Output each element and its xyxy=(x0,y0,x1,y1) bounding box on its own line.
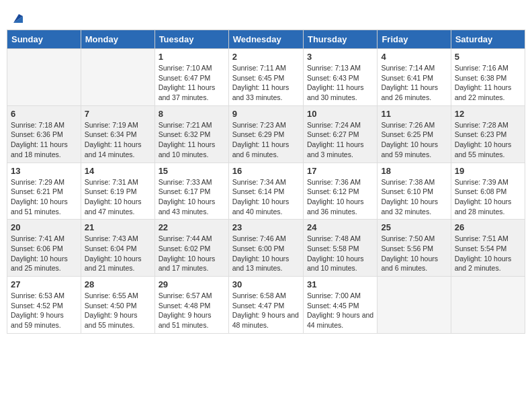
calendar-week-row: 27Sunrise: 6:53 AM Sunset: 4:52 PM Dayli… xyxy=(7,277,525,334)
calendar-week-row: 1Sunrise: 7:10 AM Sunset: 6:47 PM Daylig… xyxy=(7,49,525,106)
day-number: 28 xyxy=(85,279,151,289)
day-number: 24 xyxy=(307,222,373,232)
day-number: 10 xyxy=(307,109,373,119)
calendar-cell: 17Sunrise: 7:36 AM Sunset: 6:12 PM Dayli… xyxy=(303,163,377,220)
day-info: Sunrise: 7:16 AM Sunset: 6:38 PM Dayligh… xyxy=(455,63,521,103)
day-info: Sunrise: 7:26 AM Sunset: 6:25 PM Dayligh… xyxy=(381,120,447,160)
day-info: Sunrise: 6:53 AM Sunset: 4:52 PM Dayligh… xyxy=(11,291,77,330)
day-number: 15 xyxy=(159,166,225,176)
calendar-cell: 30Sunrise: 6:58 AM Sunset: 4:47 PM Dayli… xyxy=(228,277,303,334)
day-info: Sunrise: 7:28 AM Sunset: 6:23 PM Dayligh… xyxy=(455,120,521,160)
day-number: 12 xyxy=(455,109,521,119)
day-info: Sunrise: 7:33 AM Sunset: 6:17 PM Dayligh… xyxy=(159,177,225,217)
calendar-cell: 11Sunrise: 7:26 AM Sunset: 6:25 PM Dayli… xyxy=(378,105,451,163)
day-info: Sunrise: 7:11 AM Sunset: 6:45 PM Dayligh… xyxy=(232,63,300,103)
day-number: 3 xyxy=(307,52,373,62)
day-number: 20 xyxy=(11,222,77,232)
day-info: Sunrise: 7:36 AM Sunset: 6:12 PM Dayligh… xyxy=(307,177,373,217)
calendar-cell: 2Sunrise: 7:11 AM Sunset: 6:45 PM Daylig… xyxy=(228,49,303,106)
day-info: Sunrise: 7:38 AM Sunset: 6:10 PM Dayligh… xyxy=(381,177,447,217)
calendar-header-friday: Friday xyxy=(378,30,451,49)
calendar-cell: 25Sunrise: 7:50 AM Sunset: 5:56 PM Dayli… xyxy=(378,220,451,277)
day-number: 6 xyxy=(11,109,77,119)
calendar-cell: 29Sunrise: 6:57 AM Sunset: 4:48 PM Dayli… xyxy=(154,277,228,334)
day-info: Sunrise: 6:55 AM Sunset: 4:50 PM Dayligh… xyxy=(85,291,151,330)
calendar-cell: 14Sunrise: 7:31 AM Sunset: 6:19 PM Dayli… xyxy=(81,163,154,220)
day-info: Sunrise: 7:46 AM Sunset: 6:00 PM Dayligh… xyxy=(232,234,300,273)
calendar-cell: 23Sunrise: 7:46 AM Sunset: 6:00 PM Dayli… xyxy=(228,220,303,277)
day-info: Sunrise: 7:51 AM Sunset: 5:54 PM Dayligh… xyxy=(455,234,521,273)
calendar-cell: 15Sunrise: 7:33 AM Sunset: 6:17 PM Dayli… xyxy=(154,163,228,220)
calendar-header-tuesday: Tuesday xyxy=(154,30,228,49)
calendar-header-thursday: Thursday xyxy=(303,30,377,49)
calendar-cell: 31Sunrise: 7:00 AM Sunset: 4:45 PM Dayli… xyxy=(303,277,377,334)
calendar-cell: 19Sunrise: 7:39 AM Sunset: 6:08 PM Dayli… xyxy=(451,163,525,220)
day-info: Sunrise: 7:34 AM Sunset: 6:14 PM Dayligh… xyxy=(232,177,300,217)
calendar-cell xyxy=(7,49,81,106)
day-number: 27 xyxy=(11,279,77,289)
day-number: 31 xyxy=(307,279,373,289)
day-number: 21 xyxy=(85,222,151,232)
day-info: Sunrise: 7:24 AM Sunset: 6:27 PM Dayligh… xyxy=(307,120,373,160)
calendar-header-row: SundayMondayTuesdayWednesdayThursdayFrid… xyxy=(7,30,525,49)
day-number: 9 xyxy=(232,109,300,119)
calendar-cell: 5Sunrise: 7:16 AM Sunset: 6:38 PM Daylig… xyxy=(451,49,525,106)
day-info: Sunrise: 7:19 AM Sunset: 6:34 PM Dayligh… xyxy=(85,120,151,160)
day-info: Sunrise: 7:14 AM Sunset: 6:41 PM Dayligh… xyxy=(381,63,447,103)
day-number: 4 xyxy=(381,52,447,62)
calendar-cell: 20Sunrise: 7:41 AM Sunset: 6:06 PM Dayli… xyxy=(7,220,81,277)
calendar-cell: 13Sunrise: 7:29 AM Sunset: 6:21 PM Dayli… xyxy=(7,163,81,220)
day-number: 26 xyxy=(455,222,521,232)
calendar-cell: 21Sunrise: 7:43 AM Sunset: 6:04 PM Dayli… xyxy=(81,220,154,277)
calendar-cell: 3Sunrise: 7:13 AM Sunset: 6:43 PM Daylig… xyxy=(303,49,377,106)
calendar-cell: 18Sunrise: 7:38 AM Sunset: 6:10 PM Dayli… xyxy=(378,163,451,220)
day-info: Sunrise: 7:44 AM Sunset: 6:02 PM Dayligh… xyxy=(159,234,225,273)
day-info: Sunrise: 7:43 AM Sunset: 6:04 PM Dayligh… xyxy=(85,234,151,273)
day-number: 23 xyxy=(232,222,300,232)
calendar-cell: 26Sunrise: 7:51 AM Sunset: 5:54 PM Dayli… xyxy=(451,220,525,277)
logo-icon xyxy=(11,11,26,26)
day-number: 16 xyxy=(232,166,300,176)
calendar-cell: 4Sunrise: 7:14 AM Sunset: 6:41 PM Daylig… xyxy=(378,49,451,106)
calendar-cell: 22Sunrise: 7:44 AM Sunset: 6:02 PM Dayli… xyxy=(154,220,228,277)
calendar-cell: 27Sunrise: 6:53 AM Sunset: 4:52 PM Dayli… xyxy=(7,277,81,334)
day-info: Sunrise: 7:18 AM Sunset: 6:36 PM Dayligh… xyxy=(11,120,77,160)
day-number: 29 xyxy=(159,279,225,289)
day-number: 30 xyxy=(232,279,300,289)
calendar-cell: 7Sunrise: 7:19 AM Sunset: 6:34 PM Daylig… xyxy=(81,105,154,163)
calendar-header-monday: Monday xyxy=(81,30,154,49)
calendar-cell: 28Sunrise: 6:55 AM Sunset: 4:50 PM Dayli… xyxy=(81,277,154,334)
day-number: 11 xyxy=(381,109,447,119)
day-number: 14 xyxy=(85,166,151,176)
calendar-header-wednesday: Wednesday xyxy=(228,30,303,49)
calendar-cell: 24Sunrise: 7:48 AM Sunset: 5:58 PM Dayli… xyxy=(303,220,377,277)
calendar-cell: 1Sunrise: 7:10 AM Sunset: 6:47 PM Daylig… xyxy=(154,49,228,106)
calendar-cell: 6Sunrise: 7:18 AM Sunset: 6:36 PM Daylig… xyxy=(7,105,81,163)
day-info: Sunrise: 7:48 AM Sunset: 5:58 PM Dayligh… xyxy=(307,234,373,273)
page-header xyxy=(7,7,525,26)
calendar-week-row: 13Sunrise: 7:29 AM Sunset: 6:21 PM Dayli… xyxy=(7,163,525,220)
calendar-cell: 9Sunrise: 7:23 AM Sunset: 6:29 PM Daylig… xyxy=(228,105,303,163)
day-number: 18 xyxy=(381,166,447,176)
calendar-header-sunday: Sunday xyxy=(7,30,81,49)
calendar-week-row: 20Sunrise: 7:41 AM Sunset: 6:06 PM Dayli… xyxy=(7,220,525,277)
day-number: 25 xyxy=(381,222,447,232)
calendar-cell: 8Sunrise: 7:21 AM Sunset: 6:32 PM Daylig… xyxy=(154,105,228,163)
day-info: Sunrise: 7:00 AM Sunset: 4:45 PM Dayligh… xyxy=(307,291,373,330)
day-number: 13 xyxy=(11,166,77,176)
day-number: 19 xyxy=(455,166,521,176)
calendar-cell: 10Sunrise: 7:24 AM Sunset: 6:27 PM Dayli… xyxy=(303,105,377,163)
day-number: 8 xyxy=(159,109,225,119)
day-info: Sunrise: 7:10 AM Sunset: 6:47 PM Dayligh… xyxy=(159,63,225,103)
logo xyxy=(9,11,26,26)
day-info: Sunrise: 7:41 AM Sunset: 6:06 PM Dayligh… xyxy=(11,234,77,273)
day-number: 17 xyxy=(307,166,373,176)
calendar-cell: 12Sunrise: 7:28 AM Sunset: 6:23 PM Dayli… xyxy=(451,105,525,163)
calendar-header-saturday: Saturday xyxy=(451,30,525,49)
day-number: 7 xyxy=(85,109,151,119)
day-number: 5 xyxy=(455,52,521,62)
day-info: Sunrise: 7:13 AM Sunset: 6:43 PM Dayligh… xyxy=(307,63,373,103)
calendar-cell xyxy=(451,277,525,334)
day-info: Sunrise: 7:31 AM Sunset: 6:19 PM Dayligh… xyxy=(85,177,151,217)
day-info: Sunrise: 7:29 AM Sunset: 6:21 PM Dayligh… xyxy=(11,177,77,217)
